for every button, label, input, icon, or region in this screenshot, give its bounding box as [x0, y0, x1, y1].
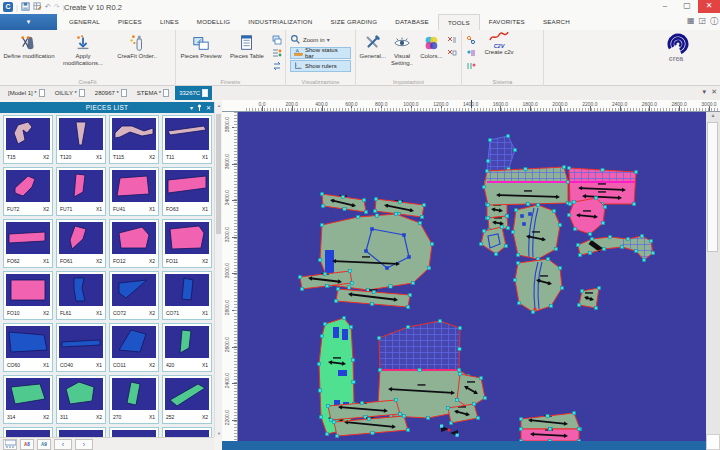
- close-tab-icon[interactable]: ✕: [711, 88, 717, 96]
- ruler-label: 2800.0: [224, 300, 230, 315]
- piece-cell-420[interactable]: 420X1: [162, 323, 212, 372]
- tab-list-icon[interactable]: ▾: [703, 88, 707, 96]
- prev-page-button[interactable]: ‹: [54, 439, 72, 450]
- pin-icon[interactable]: [197, 104, 202, 112]
- piece-thumbnail: [165, 118, 209, 150]
- file-menu-button[interactable]: ▼: [0, 14, 57, 30]
- sort-az-icon[interactable]: A8: [20, 439, 34, 450]
- piece-cell-co60[interactable]: CO60X1: [3, 323, 53, 372]
- doc-tab-33267c[interactable]: 33267C: [175, 86, 212, 100]
- layout-icon[interactable]: ◲: [698, 16, 706, 27]
- piece-cell-t11[interactable]: T11X1: [162, 115, 212, 164]
- piece-cell[interactable]: [109, 427, 159, 437]
- piece-cell-fo12[interactable]: FO12X2: [109, 219, 159, 268]
- thumbnails-view-icon[interactable]: [3, 439, 17, 450]
- piece-qty: X1: [149, 414, 155, 420]
- swap-icon[interactable]: [271, 60, 282, 71]
- scrollbar-thumb[interactable]: [216, 114, 221, 234]
- menu-tab-industrialization[interactable]: INDUSTRIALIZATION: [239, 14, 321, 30]
- list-add-icon[interactable]: [271, 47, 282, 58]
- piece-cell-co40[interactable]: CO40X1: [56, 323, 106, 372]
- define-modification-button[interactable]: Define modification: [2, 32, 56, 60]
- piece-qty: X1: [202, 310, 208, 316]
- piece-cell[interactable]: [162, 427, 212, 437]
- undo-icon[interactable]: ↶: [45, 3, 51, 11]
- create-c2v-button[interactable]: C2VCreate c2v: [477, 32, 521, 55]
- piece-cell-fu72[interactable]: FU72X2: [3, 167, 53, 216]
- pieces-table-button[interactable]: Pieces Table: [224, 32, 270, 60]
- minimize-button[interactable]: –: [654, 0, 676, 13]
- pieces-scrollbar[interactable]: ▲ ▼: [214, 102, 222, 437]
- piece-cell[interactable]: [3, 427, 53, 437]
- pin-col-icon[interactable]: [465, 60, 476, 71]
- menu-tab-pieces[interactable]: PIECES: [109, 14, 151, 30]
- info-icon[interactable]: ⓘ: [710, 16, 718, 27]
- menu-tab-size-grading[interactable]: SIZE GRADING: [322, 14, 387, 30]
- piece-cell-t15[interactable]: T15X2: [3, 115, 53, 164]
- next-page-button[interactable]: ›: [75, 439, 93, 450]
- panel-close-icon[interactable]: ✕: [206, 104, 211, 111]
- sort-za-icon[interactable]: A9: [37, 439, 51, 450]
- menu-tab-favorites[interactable]: FAVORITES: [480, 14, 534, 30]
- redo-icon[interactable]: ↷: [54, 3, 60, 11]
- app-logo-icon[interactable]: C: [3, 2, 13, 12]
- gauge-icon[interactable]: [465, 47, 476, 58]
- piece-cell-311[interactable]: 311X2: [56, 375, 106, 424]
- piece-cell-270[interactable]: 270X1: [109, 375, 159, 424]
- c2v-swirl-icon: [488, 32, 510, 43]
- layers-icon[interactable]: [271, 34, 282, 45]
- piece-cell-co71[interactable]: CO71X1: [162, 271, 212, 320]
- doc-tab-model-1[interactable]: [Model 1] *: [4, 86, 49, 100]
- scrollbar-thumb[interactable]: [707, 122, 718, 252]
- show-rulers-toggle[interactable]: Show rulers: [290, 60, 351, 72]
- zoom-in-button[interactable]: Zoom in▾: [290, 33, 351, 46]
- doc-tab-stema[interactable]: STEMA *: [133, 86, 173, 100]
- close-button[interactable]: ✕: [698, 0, 720, 13]
- doc-tab-oilily[interactable]: OILILY *: [51, 86, 89, 100]
- menu-tab-search[interactable]: SEARCH: [534, 14, 579, 30]
- piece-cell-fo61[interactable]: FO61X2: [56, 219, 106, 268]
- piece-cell-t120[interactable]: T120X1: [56, 115, 106, 164]
- general-button[interactable]: General...: [358, 32, 387, 60]
- menu-tab-general[interactable]: GENERAL: [60, 14, 109, 30]
- page-icon: [39, 89, 45, 97]
- panel-dropdown-icon[interactable]: ▾: [190, 104, 193, 111]
- scroll-up-icon[interactable]: ▲: [706, 112, 720, 118]
- show-status-bar-toggle[interactable]: Show status bar: [290, 47, 351, 59]
- doc-tab-280967[interactable]: 280967 *: [91, 86, 131, 100]
- pieces-preview-button[interactable]: Pieces Preview: [178, 32, 224, 60]
- menu-tab-tools[interactable]: TOOLS: [438, 14, 480, 30]
- pattern-canvas[interactable]: [238, 112, 706, 441]
- piece-cell-252[interactable]: 252X2: [162, 375, 212, 424]
- x-list-icon[interactable]: [447, 34, 458, 45]
- canvas-vertical-scrollbar[interactable]: ▲ ▼: [706, 112, 720, 441]
- apply-modifications-button[interactable]: Apply modifications...: [56, 32, 110, 67]
- piece-cell-fo11[interactable]: FO11X2: [162, 219, 212, 268]
- link-icon[interactable]: [465, 34, 476, 45]
- piece-cell-314[interactable]: 314X2: [3, 375, 53, 424]
- save-icon[interactable]: [21, 2, 30, 12]
- menu-tab-modellig[interactable]: MODELLIG: [188, 14, 240, 30]
- piece-cell-t115[interactable]: T115X2: [109, 115, 159, 164]
- piece-cell-fo62[interactable]: FO62X1: [3, 219, 53, 268]
- piece-cell-co11[interactable]: CO11X2: [109, 323, 159, 372]
- keyboard-icon[interactable]: ▦: [687, 16, 695, 27]
- piece-thumbnail: [112, 222, 156, 254]
- edit-table-icon[interactable]: [33, 2, 42, 12]
- piece-cell-fo63[interactable]: FO63X1: [162, 167, 212, 216]
- creafit-order-button[interactable]: CreaFit Order..: [110, 32, 164, 60]
- piece-cell-fo10[interactable]: FO10X2: [3, 271, 53, 320]
- visual-setting-button[interactable]: Visual Setting..: [387, 32, 416, 67]
- piece-cell-fu41[interactable]: FU41X1: [109, 167, 159, 216]
- menu-tab-database[interactable]: DATABASE: [386, 14, 438, 30]
- maximize-button[interactable]: ▢: [676, 0, 698, 13]
- ribbon-group-sistema: C2VCreate c2vSistema: [462, 30, 544, 86]
- piece-cell-fl61[interactable]: FL61X1: [56, 271, 106, 320]
- piece-cell-co72[interactable]: CO72X2: [109, 271, 159, 320]
- colors-button[interactable]: Colors...: [417, 32, 446, 60]
- x-grid-icon[interactable]: [447, 47, 458, 58]
- piece-cell[interactable]: [56, 427, 106, 437]
- menu-tab-lines[interactable]: LINES: [151, 14, 188, 30]
- piece-cell-fu71[interactable]: FU71X1: [56, 167, 106, 216]
- piece-name: 420: [166, 362, 174, 368]
